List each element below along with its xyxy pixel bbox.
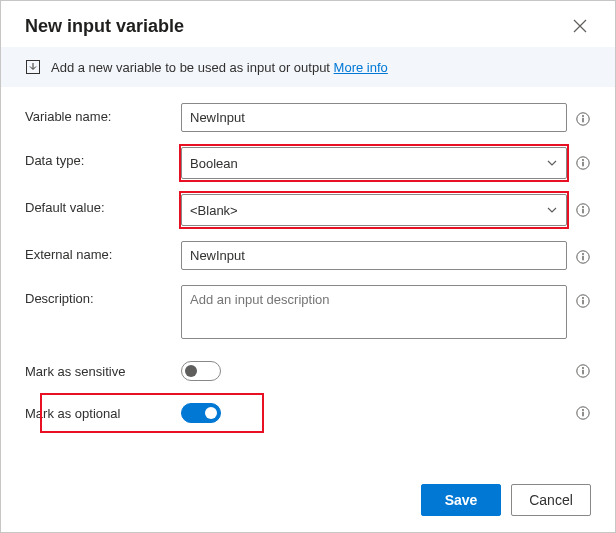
save-button[interactable]: Save	[421, 484, 501, 516]
external-name-label: External name:	[25, 241, 181, 262]
info-icon	[576, 294, 590, 308]
svg-point-14	[582, 297, 584, 299]
data-type-info[interactable]	[575, 155, 591, 171]
sensitive-label: Mark as sensitive	[25, 364, 181, 379]
info-icon	[576, 406, 590, 420]
dialog-header: New input variable	[1, 1, 615, 47]
svg-point-8	[582, 206, 584, 208]
variable-name-row: Variable name:	[25, 103, 591, 132]
more-info-link[interactable]: More info	[334, 60, 388, 75]
external-name-input[interactable]	[181, 241, 567, 270]
svg-rect-6	[582, 162, 583, 167]
dialog-title: New input variable	[25, 16, 184, 37]
svg-point-5	[582, 159, 584, 161]
svg-point-20	[582, 409, 584, 411]
data-type-label: Data type:	[25, 147, 181, 168]
description-textarea[interactable]	[181, 285, 567, 339]
svg-rect-9	[582, 209, 583, 214]
optional-toggle[interactable]	[181, 403, 221, 423]
svg-rect-12	[582, 256, 583, 260]
new-input-variable-dialog: New input variable Add a new variable to…	[0, 0, 616, 533]
optional-row: Mark as optional	[25, 403, 591, 423]
info-icon	[576, 364, 590, 378]
info-icon	[576, 203, 590, 217]
svg-rect-21	[582, 412, 583, 417]
close-button[interactable]	[569, 15, 591, 37]
description-info[interactable]	[575, 293, 591, 309]
external-name-info[interactable]	[575, 249, 591, 265]
description-row: Description:	[25, 285, 591, 339]
default-value-row: Default value: <Blank>	[25, 194, 591, 226]
external-name-row: External name:	[25, 241, 591, 270]
info-icon	[576, 112, 590, 126]
banner-text: Add a new variable to be used as input o…	[51, 60, 388, 75]
optional-label: Mark as optional	[25, 406, 181, 421]
svg-rect-15	[582, 300, 583, 305]
form-area: Variable name: Data type: Boolean	[1, 87, 615, 470]
svg-point-11	[582, 253, 584, 255]
info-icon	[576, 250, 590, 264]
chevron-down-icon	[546, 157, 558, 169]
default-value-label: Default value:	[25, 194, 181, 215]
close-icon	[573, 19, 587, 33]
svg-rect-18	[582, 370, 583, 375]
info-icon	[576, 156, 590, 170]
svg-rect-3	[582, 118, 583, 123]
sensitive-toggle[interactable]	[181, 361, 221, 381]
variable-name-info[interactable]	[575, 111, 591, 127]
cancel-button[interactable]: Cancel	[511, 484, 591, 516]
optional-info[interactable]	[575, 405, 591, 421]
default-value-select[interactable]: <Blank>	[181, 194, 567, 226]
sensitive-info[interactable]	[575, 363, 591, 379]
default-value-value: <Blank>	[190, 203, 238, 218]
description-label: Description:	[25, 285, 181, 306]
default-value-info[interactable]	[575, 202, 591, 218]
download-variable-icon	[25, 59, 41, 75]
data-type-select[interactable]: Boolean	[181, 147, 567, 179]
variable-name-label: Variable name:	[25, 103, 181, 124]
svg-point-2	[582, 115, 584, 117]
sensitive-row: Mark as sensitive	[25, 361, 591, 381]
svg-point-17	[582, 367, 584, 369]
chevron-down-icon	[546, 204, 558, 216]
data-type-value: Boolean	[190, 156, 238, 171]
data-type-row: Data type: Boolean	[25, 147, 591, 179]
info-banner: Add a new variable to be used as input o…	[1, 47, 615, 87]
dialog-footer: Save Cancel	[1, 470, 615, 532]
variable-name-input[interactable]	[181, 103, 567, 132]
